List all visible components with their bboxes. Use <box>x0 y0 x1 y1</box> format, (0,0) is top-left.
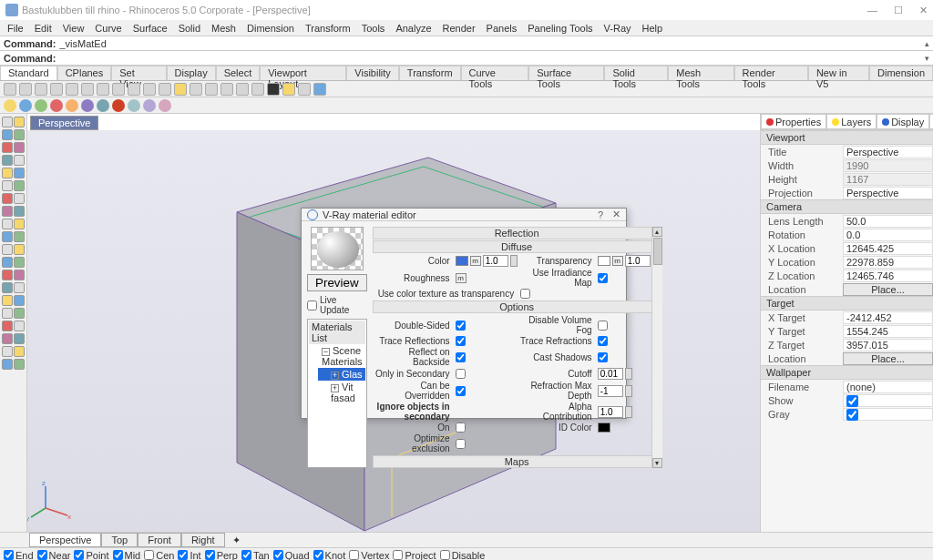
osnap-project[interactable]: Project <box>393 550 436 561</box>
prop-y-location[interactable]: 22978.859 <box>843 256 933 269</box>
view-tab-top[interactable]: Top <box>101 533 138 547</box>
tooltab-mesh-tools[interactable]: Mesh Tools <box>668 66 733 80</box>
render-icon[interactable] <box>267 83 280 96</box>
redo-icon[interactable] <box>128 83 140 96</box>
tool-icon[interactable] <box>2 129 13 140</box>
tab-properties[interactable]: Properties <box>761 114 826 129</box>
tooltab-viewport-layout[interactable]: Viewport Layout <box>260 66 346 80</box>
menu-file[interactable]: File <box>4 22 27 35</box>
band-reflection[interactable]: Reflection <box>373 227 661 239</box>
scroll-down-icon[interactable]: ▾ <box>925 54 929 63</box>
spinner-icon[interactable] <box>510 255 518 267</box>
osnap-near[interactable]: Near <box>37 550 71 561</box>
tool-icon[interactable] <box>14 129 25 140</box>
prop-lens-length[interactable]: 50.0 <box>843 215 933 228</box>
prop-rotation[interactable]: 0.0 <box>843 229 933 241</box>
on-check[interactable] <box>456 423 466 433</box>
osnap-vertex[interactable]: Vertex <box>349 550 389 561</box>
lock-icon[interactable] <box>220 83 233 96</box>
tool-icon[interactable] <box>2 321 13 331</box>
tool-icon[interactable] <box>14 155 25 166</box>
tab-display[interactable]: Display <box>877 114 929 129</box>
dis-vol-fog-check[interactable] <box>598 321 608 331</box>
vray-fb-icon[interactable] <box>81 99 94 112</box>
transp-mult[interactable] <box>625 255 651 267</box>
can-over-check[interactable] <box>456 386 466 396</box>
print-icon[interactable] <box>50 83 63 96</box>
cutoff-input[interactable] <box>598 368 623 380</box>
osnap-mid[interactable]: Mid <box>113 550 141 561</box>
tool-icon[interactable] <box>14 231 25 242</box>
show-icon[interactable] <box>205 83 218 96</box>
tool-icon[interactable] <box>2 308 13 319</box>
tooltab-cplanes[interactable]: CPlanes <box>57 66 112 80</box>
hide-icon[interactable] <box>190 83 202 96</box>
preview-button[interactable]: Preview <box>307 274 366 291</box>
only-sec-check[interactable] <box>456 369 466 379</box>
prop-projection[interactable]: Perspective <box>843 187 933 199</box>
tooltab-solid-tools[interactable]: Solid Tools <box>604 66 668 80</box>
dialog-scrollbar[interactable]: ▴ ▾ <box>651 227 662 468</box>
use-irr-check[interactable] <box>598 273 608 283</box>
use-col-tex-check[interactable] <box>520 289 530 299</box>
vray-mat-icon[interactable] <box>112 99 125 112</box>
menu-dimension[interactable]: Dimension <box>243 22 298 35</box>
rough-map-button[interactable]: m <box>456 273 466 283</box>
transp-color-swatch[interactable] <box>598 256 610 266</box>
copy-icon[interactable] <box>81 83 94 96</box>
tool-icon[interactable] <box>14 295 25 306</box>
osnap-tan[interactable]: Tan <box>241 550 270 561</box>
tool-icon[interactable] <box>14 142 25 153</box>
maximize-button[interactable]: ☐ <box>894 5 903 16</box>
osnap-quad[interactable]: Quad <box>273 550 310 561</box>
vray-opt-icon[interactable] <box>97 99 109 112</box>
menu-view[interactable]: View <box>59 22 88 35</box>
osnap-cen[interactable]: Cen <box>144 550 174 561</box>
tool-icon[interactable] <box>2 244 13 255</box>
materials-list[interactable]: Materials List −Scene Materials +Glas +V… <box>307 319 367 468</box>
band-maps[interactable]: Maps <box>373 455 661 468</box>
tool-icon[interactable] <box>14 168 25 178</box>
vray-sun-icon[interactable] <box>4 99 16 112</box>
transp-map-button[interactable]: m <box>612 256 623 266</box>
open-icon[interactable] <box>19 83 32 96</box>
tool-icon[interactable] <box>14 359 25 370</box>
osnap-point[interactable]: Point <box>74 550 108 561</box>
menu-render[interactable]: Render <box>439 22 479 35</box>
alpha-input[interactable] <box>598 406 623 418</box>
osnap-perp[interactable]: Perp <box>205 550 238 561</box>
menu-help[interactable]: Help <box>639 22 667 35</box>
tab-help[interactable]: Help <box>929 114 933 129</box>
scroll-down-icon[interactable]: ▾ <box>652 458 662 468</box>
tool-icon[interactable] <box>2 193 13 204</box>
refr-max-input[interactable] <box>598 385 623 397</box>
tool-icon[interactable] <box>14 270 25 280</box>
tool-icon[interactable] <box>14 206 25 217</box>
tree-scene-materials[interactable]: −Scene Materials <box>309 344 365 368</box>
diffuse-map-button[interactable]: m <box>470 256 481 266</box>
paste-icon[interactable] <box>97 83 109 96</box>
btn-location[interactable]: Place... <box>843 352 933 365</box>
tool-icon[interactable] <box>2 295 13 306</box>
close-button[interactable]: ✕ <box>919 5 928 16</box>
tool-icon[interactable] <box>2 270 13 280</box>
prop-z-location[interactable]: 12465.746 <box>843 270 933 282</box>
dialog-titlebar[interactable]: V-Ray material editor ? ✕ <box>302 209 626 221</box>
id-color-swatch[interactable] <box>598 423 610 433</box>
prop-filename[interactable]: (none) <box>843 381 933 393</box>
undo-icon[interactable] <box>112 83 125 96</box>
command-input[interactable] <box>59 53 933 64</box>
diffuse-mult[interactable] <box>483 255 508 267</box>
tooltab-surface-tools[interactable]: Surface Tools <box>528 66 604 80</box>
tooltab-set-view[interactable]: Set View <box>111 66 166 80</box>
chk-gray[interactable] <box>846 409 858 421</box>
new-icon[interactable] <box>4 83 16 96</box>
tool-icon[interactable] <box>2 168 13 178</box>
view-tab-right[interactable]: Right <box>181 533 225 547</box>
props-icon[interactable] <box>251 83 264 96</box>
tool-icon[interactable] <box>2 282 13 293</box>
tooltab-standard[interactable]: Standard <box>0 66 57 80</box>
sel-icon[interactable] <box>174 83 187 96</box>
tooltab-render-tools[interactable]: Render Tools <box>734 66 808 80</box>
tooltab-curve-tools[interactable]: Curve Tools <box>461 66 529 80</box>
